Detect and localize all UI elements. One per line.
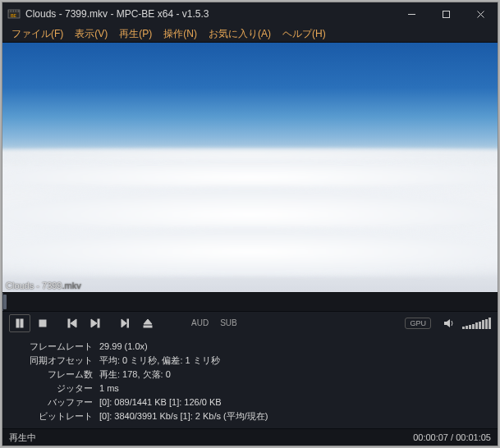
stats-panel: フレームレート29.99 (1.0x) 同期オフセット平均: 0 ミリ秒, 偏差… [2, 335, 498, 428]
titlebar[interactable]: BE Clouds - 7399.mkv - MPC-BE x64 - v1.5… [2, 2, 498, 25]
filename-text: Clouds - 7399 [6, 281, 62, 290]
next-button[interactable] [85, 314, 106, 332]
svg-rect-13 [127, 319, 129, 327]
menu-help[interactable]: ヘルプ(H) [277, 25, 332, 43]
eject-button[interactable] [137, 314, 158, 332]
playback-state: 再生中 [9, 432, 36, 444]
svg-rect-8 [16, 319, 19, 327]
stats-framerate-label: フレームレート [19, 340, 99, 354]
menu-file[interactable]: ファイル(F) [6, 25, 69, 43]
stats-buffer-label: バッファー [19, 395, 99, 409]
stats-jitter-label: ジッター [19, 382, 99, 395]
time-elapsed: 00:00:07 [413, 432, 448, 442]
menu-play[interactable]: 再生(P) [113, 25, 158, 43]
filename-overlay: Clouds - 7399.mkv [2, 279, 85, 292]
svg-rect-11 [68, 319, 70, 327]
menu-favorites[interactable]: お気に入り(A) [203, 25, 277, 43]
maximize-button[interactable] [429, 2, 463, 25]
gpu-button[interactable]: GPU [405, 318, 431, 329]
stop-button[interactable] [32, 314, 53, 332]
stats-bitrate-label: ビットレート [19, 409, 99, 423]
audio-track-button[interactable]: AUD [186, 318, 213, 327]
svg-rect-9 [21, 319, 23, 327]
pause-button[interactable] [9, 314, 30, 332]
stats-syncoffset-label: 同期オフセット [19, 354, 99, 368]
minimize-button[interactable] [394, 2, 429, 25]
volume-icon[interactable] [441, 315, 457, 331]
svg-rect-14 [144, 326, 152, 327]
svg-rect-2 [9, 11, 11, 12]
svg-rect-5 [16, 11, 18, 12]
app-window: BE Clouds - 7399.mkv - MPC-BE x64 - v1.5… [2, 2, 498, 446]
control-bar: AUD SUB GPU [2, 312, 498, 335]
app-icon: BE [7, 7, 21, 21]
close-button[interactable] [463, 2, 498, 25]
svg-rect-12 [98, 319, 99, 327]
step-button[interactable] [114, 314, 135, 332]
status-bar: 再生中 00:00:07 / 00:01:05 [2, 428, 498, 446]
stats-frames-label: フレーム数 [19, 368, 99, 382]
video-area[interactable]: Clouds - 7399.mkv [2, 43, 498, 292]
stats-syncoffset-value: 平均: 0 ミリ秒, 偏差: 1 ミリ秒 [99, 354, 220, 368]
svg-rect-4 [14, 11, 16, 12]
seek-thumb[interactable] [3, 295, 7, 309]
svg-rect-10 [39, 320, 46, 327]
stats-framerate-value: 29.99 (1.0x) [99, 340, 148, 354]
stats-buffer-value: [0]: 089/1441 KB [1]: 126/0 KB [99, 395, 222, 409]
menu-navigate[interactable]: 操作(N) [158, 25, 203, 43]
prev-button[interactable] [62, 314, 83, 332]
stats-jitter-value: 1 ms [99, 382, 119, 395]
seek-bar[interactable] [2, 292, 498, 312]
window-title: Clouds - 7399.mkv - MPC-BE x64 - v1.5.3 [25, 8, 394, 20]
filename-ext: .mkv [62, 281, 81, 290]
stats-frames-value: 再生: 178, 欠落: 0 [99, 368, 171, 382]
svg-rect-7 [443, 11, 449, 17]
menubar: ファイル(F) 表示(V) 再生(P) 操作(N) お気に入り(A) ヘルプ(H… [2, 25, 498, 43]
volume-slider[interactable] [462, 318, 491, 329]
menu-view[interactable]: 表示(V) [69, 25, 113, 43]
svg-text:BE: BE [11, 13, 17, 18]
subtitle-track-button[interactable]: SUB [215, 318, 242, 327]
svg-rect-3 [11, 11, 13, 12]
time-display: 00:00:07 / 00:01:05 [413, 432, 491, 442]
stats-bitrate-value: [0]: 3840/3991 Kb/s [1]: 2 Kb/s (平均/現在) [99, 409, 268, 423]
time-total: 00:01:05 [456, 432, 491, 442]
